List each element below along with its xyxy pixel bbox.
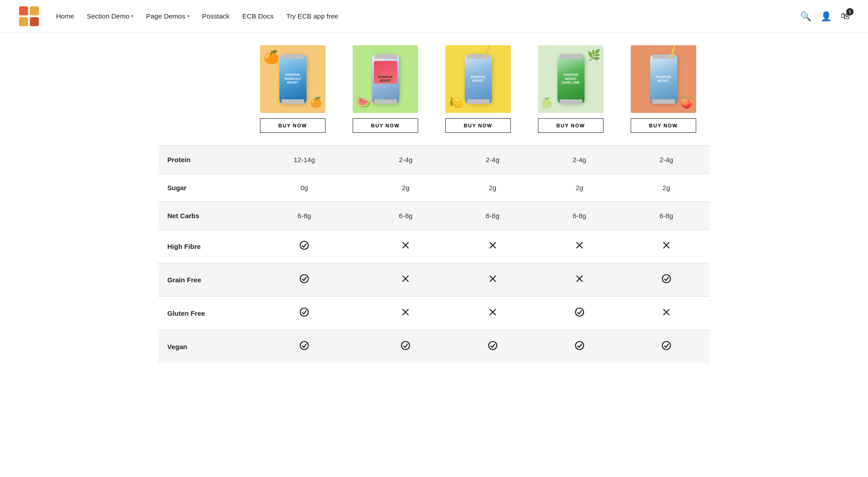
cell-0-3: 2-4g	[536, 146, 623, 174]
table-row: High Fibre	[158, 230, 710, 263]
table-row: Vegan	[158, 330, 710, 364]
cell-3-0	[246, 230, 362, 263]
cell-4-1	[362, 263, 449, 297]
check-icon	[299, 240, 310, 253]
cart-count: 5	[846, 8, 854, 15]
buy-button-2[interactable]: BUY NOW	[353, 118, 418, 133]
product-4-image-wrap: POSITIVEBOOSTDARK LIME 🌿 🍈	[538, 45, 604, 113]
nav-posstack[interactable]: Posstack	[202, 12, 230, 20]
row-label-grain-free: Grain Free	[158, 263, 246, 297]
svg-point-30	[401, 341, 410, 350]
product-2-cell: POSITIVEBOOST 🍉 BUY NOW	[339, 42, 432, 136]
cell-5-2	[449, 297, 536, 330]
svg-rect-2	[19, 17, 28, 26]
table-row: Protein12-14g2-4g2-4g2-4g2-4g	[158, 146, 710, 174]
cross-icon	[488, 274, 498, 286]
product-5-cell: POSITIVEBOOST 🍑 BUY NOW	[617, 42, 710, 136]
svg-point-32	[576, 341, 584, 350]
cell-1-1: 2g	[362, 174, 449, 202]
svg-point-4	[300, 241, 308, 249]
svg-point-26	[576, 308, 584, 316]
cross-icon	[661, 240, 671, 253]
buy-button-4[interactable]: BUY NOW	[538, 118, 604, 133]
cell-1-2: 2g	[449, 174, 536, 202]
cell-0-1: 2-4g	[362, 146, 449, 174]
check-icon	[574, 340, 585, 353]
cell-1-0: 0g	[246, 174, 362, 202]
cell-4-0	[246, 263, 362, 297]
cell-2-2: 6-8g	[449, 202, 536, 230]
nav-ecb-docs[interactable]: ECB Docs	[242, 12, 274, 20]
table-row: Grain Free	[158, 263, 710, 297]
main-content: POSITIVEWORKOUTBOOST 🍊 🍊 BUY NOW	[140, 42, 728, 363]
check-icon	[299, 340, 310, 353]
svg-point-13	[300, 275, 308, 283]
row-label-sugar: Sugar	[158, 174, 246, 202]
cell-2-1: 6-8g	[362, 202, 449, 230]
cell-5-0	[246, 297, 362, 330]
product-1-cell: POSITIVEWORKOUTBOOST 🍊 🍊 BUY NOW	[246, 42, 339, 136]
cell-2-4: 6-8g	[623, 202, 710, 230]
cell-6-0	[246, 330, 362, 364]
cell-4-2	[449, 263, 536, 297]
nav-page-demos[interactable]: Page Demos ▾	[146, 12, 189, 20]
product-2-bg: POSITIVEBOOST 🍉	[353, 45, 418, 113]
cell-0-0: 12-14g	[246, 146, 362, 174]
nav-section-demo[interactable]: Section Demo ▾	[87, 12, 133, 20]
products-row: POSITIVEWORKOUTBOOST 🍊 🍊 BUY NOW	[158, 42, 710, 136]
cross-icon	[575, 274, 585, 286]
cell-4-4	[623, 263, 710, 297]
cell-6-4	[623, 330, 710, 364]
product-1-bg: POSITIVEWORKOUTBOOST 🍊 🍊	[260, 45, 326, 113]
cart-button[interactable]: 🛍 5	[841, 11, 850, 21]
cross-icon	[401, 274, 410, 286]
cell-1-4: 2g	[623, 174, 710, 202]
account-icon[interactable]: 👤	[821, 11, 832, 22]
cell-3-4	[623, 230, 710, 263]
check-icon	[574, 307, 585, 320]
nav-try-ecb[interactable]: Try ECB app free	[286, 12, 338, 20]
product-5-image-wrap: POSITIVEBOOST 🍑	[631, 45, 696, 113]
product-4-bg: POSITIVEBOOSTDARK LIME 🌿 🍈	[538, 45, 604, 113]
table-row: Gluten Free	[158, 297, 710, 330]
row-label-net-carbs: Net Carbs	[158, 202, 246, 230]
check-icon	[400, 340, 411, 353]
cell-2-0: 6-8g	[246, 202, 362, 230]
buy-button-3[interactable]: BUY NOW	[445, 118, 511, 133]
cell-6-2	[449, 330, 536, 364]
cross-icon	[575, 240, 585, 253]
cross-icon	[401, 307, 410, 319]
svg-point-21	[300, 308, 308, 316]
search-icon[interactable]: 🔍	[800, 11, 811, 22]
table-row: Sugar0g2g2g2g2g	[158, 174, 710, 202]
product-5-bg: POSITIVEBOOST 🍑	[631, 45, 696, 113]
product-3-image-wrap: POSITIVEBOOST 🍋	[445, 45, 511, 113]
row-label-protein: Protein	[158, 146, 246, 174]
site-logo[interactable]	[18, 5, 40, 27]
svg-point-33	[662, 341, 670, 350]
chevron-down-icon: ▾	[187, 14, 189, 19]
product-3-cell: POSITIVEBOOST 🍋 BUY NOW	[432, 42, 524, 136]
svg-point-20	[662, 275, 670, 283]
row-label-high-fibre: High Fibre	[158, 230, 246, 263]
product-3-bg: POSITIVEBOOST 🍋	[445, 45, 511, 113]
cross-icon	[488, 240, 498, 253]
buy-button-5[interactable]: BUY NOW	[631, 118, 696, 133]
check-icon	[661, 273, 672, 286]
cell-6-1	[362, 330, 449, 364]
cell-3-1	[362, 230, 449, 263]
check-icon	[487, 340, 498, 353]
buy-button-1[interactable]: BUY NOW	[260, 118, 326, 133]
cell-3-3	[536, 230, 623, 263]
site-header: Home Section Demo ▾ Page Demos ▾ Posstac…	[0, 0, 868, 33]
main-nav: Home Section Demo ▾ Page Demos ▾ Posstac…	[56, 12, 338, 20]
cross-icon	[401, 240, 410, 253]
cell-0-4: 2-4g	[623, 146, 710, 174]
nav-home[interactable]: Home	[56, 12, 74, 20]
chevron-down-icon: ▾	[131, 14, 133, 19]
svg-rect-1	[30, 6, 39, 15]
label-spacer	[158, 42, 246, 136]
cell-5-3	[536, 297, 623, 330]
cross-icon	[488, 307, 498, 319]
row-label-vegan: Vegan	[158, 330, 246, 364]
